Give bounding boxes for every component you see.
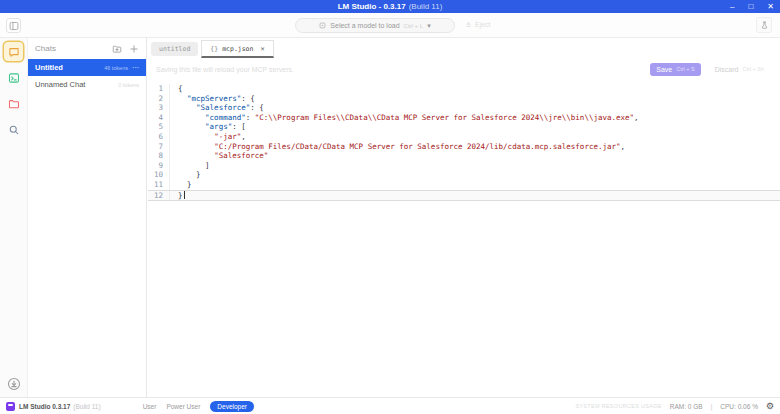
model-selector-shortcut: Ctrl + L — [404, 23, 424, 29]
code-line[interactable]: 3 "Salesforce": { — [148, 103, 780, 113]
rail-chat-button[interactable] — [4, 42, 23, 61]
new-chat-button[interactable] — [129, 44, 139, 54]
eject-icon — [465, 21, 472, 28]
code-text: } — [178, 191, 185, 201]
main-content: untitled {} mcp.json ✕ Saving this file … — [148, 38, 780, 397]
tab-untitled[interactable]: untitled — [151, 42, 198, 56]
ram-usage: RAM: 0 GB — [670, 403, 703, 410]
cpu-usage: CPU: 0.06 % — [720, 403, 758, 410]
chat-token-count: 46 tokens — [104, 65, 128, 71]
lab-button[interactable] — [756, 17, 772, 33]
code-text: ] — [178, 161, 210, 171]
title-bar: LM Studio - 0.3.17 (Build 11) – □ ✕ — [0, 0, 780, 13]
code-line[interactable]: 6 "-jar", — [148, 132, 780, 142]
close-button[interactable]: ✕ — [767, 0, 774, 13]
code-line[interactable]: 12} — [148, 190, 780, 202]
maximize-button[interactable]: □ — [748, 0, 753, 13]
sidebar-toggle-button[interactable] — [6, 18, 21, 33]
resources-label: SYSTEM RESOURCES USAGE — [575, 403, 661, 409]
gear-icon[interactable]: ⚙ — [766, 401, 774, 411]
code-line[interactable]: 5 "args": [ — [148, 122, 780, 132]
rail-downloads-button[interactable] — [0, 377, 28, 391]
flask-icon — [760, 21, 769, 30]
discard-button[interactable]: Discard Ctrl + Sh — [715, 66, 764, 73]
mode-developer[interactable]: Developer — [210, 401, 254, 412]
code-text: { — [178, 84, 183, 94]
tab-mcp-json[interactable]: {} mcp.json ✕ — [201, 40, 273, 58]
line-number: 6 — [148, 132, 170, 142]
status-bar: LM Studio 0.3.17 (Build 11) User Power U… — [0, 397, 780, 414]
new-folder-button[interactable] — [112, 44, 122, 54]
sidebar-toggle-icon — [9, 21, 19, 31]
tab-strip: untitled {} mcp.json ✕ — [148, 38, 780, 58]
chat-list-item[interactable]: Unnamed Chat 0 tokens — [28, 76, 146, 93]
save-button[interactable]: Save Ctrl + S — [650, 63, 700, 76]
code-line[interactable]: 8 "Salesforce" — [148, 151, 780, 161]
line-number: 10 — [148, 170, 170, 180]
code-text: "args": [ — [178, 122, 246, 132]
line-number: 5 — [148, 122, 170, 132]
search-icon — [8, 124, 20, 136]
line-number: 2 — [148, 94, 170, 104]
code-line[interactable]: 10 } — [148, 170, 780, 180]
text-cursor — [184, 191, 185, 199]
chat-menu-button[interactable]: ⋯ — [132, 64, 139, 72]
code-text: "Salesforce" — [178, 151, 268, 161]
code-text: "C:/Program Files/CData/CData MCP Server… — [178, 142, 625, 152]
model-selector-icon — [319, 22, 326, 29]
chat-name: Untitled — [35, 63, 104, 72]
discard-shortcut: Ctrl + Sh — [742, 66, 764, 72]
line-number: 9 — [148, 161, 170, 171]
code-line[interactable]: 1{ — [148, 84, 780, 94]
chats-sidebar: Chats Untitled 46 tokens ⋯ Unnamed Chat … — [28, 38, 147, 397]
download-icon — [7, 377, 21, 391]
code-line[interactable]: 11 } — [148, 180, 780, 190]
rail-models-button[interactable] — [4, 94, 23, 113]
rail-developer-button[interactable] — [4, 68, 23, 87]
folder-icon — [8, 98, 20, 110]
status-app-name: LM Studio 0.3.17 — [19, 403, 70, 410]
top-toolbar: Select a model to load Ctrl + L ▾ Eject — [0, 13, 780, 38]
json-file-icon: {} — [210, 45, 218, 53]
code-lines: 1{2 "mcpServers": {3 "Salesforce": {4 "c… — [148, 84, 780, 201]
model-selector-label: Select a model to load — [330, 22, 399, 29]
chat-token-count: 0 tokens — [118, 82, 139, 88]
chats-header: Chats — [28, 38, 146, 59]
minimize-button[interactable]: – — [730, 0, 734, 13]
lmstudio-logo — [6, 402, 15, 411]
eject-button[interactable]: Eject — [465, 21, 491, 28]
save-label: Save — [656, 66, 672, 73]
window-controls: – □ ✕ — [730, 0, 774, 13]
code-editor[interactable]: 1{2 "mcpServers": {3 "Salesforce": {4 "c… — [148, 82, 780, 397]
notice-message: Saving this file will reload your MCP se… — [156, 66, 650, 73]
mode-switcher: User Power User Developer — [143, 401, 254, 412]
status-app-build: (Build 11) — [73, 403, 100, 410]
mode-user[interactable]: User — [143, 403, 157, 410]
chat-bubble-icon — [8, 46, 20, 58]
divider: | — [711, 403, 713, 410]
chevron-down-icon: ▾ — [427, 22, 431, 30]
rail-discover-button[interactable] — [4, 120, 23, 139]
code-line[interactable]: 4 "command": "C:\\Program Files\\CData\\… — [148, 113, 780, 123]
code-line[interactable]: 9 ] — [148, 161, 780, 171]
discard-label: Discard — [715, 66, 739, 73]
line-number: 1 — [148, 84, 170, 94]
line-number: 7 — [148, 142, 170, 152]
chat-list-item[interactable]: Untitled 46 tokens ⋯ — [28, 59, 146, 76]
mode-power-user[interactable]: Power User — [166, 403, 200, 410]
terminal-icon — [8, 72, 20, 84]
left-rail — [0, 38, 28, 397]
save-shortcut: Ctrl + S — [676, 66, 695, 72]
code-text: } — [178, 180, 192, 190]
chat-name: Unnamed Chat — [35, 80, 118, 89]
tab-close-icon[interactable]: ✕ — [260, 45, 264, 53]
code-line[interactable]: 7 "C:/Program Files/CData/CData MCP Serv… — [148, 142, 780, 152]
window-title: LM Studio - 0.3.17 — [338, 2, 406, 11]
editor-notice-bar: Saving this file will reload your MCP se… — [148, 58, 780, 80]
line-number: 12 — [148, 191, 170, 201]
model-selector[interactable]: Select a model to load Ctrl + L ▾ — [295, 18, 455, 33]
code-line[interactable]: 2 "mcpServers": { — [148, 94, 780, 104]
chats-title: Chats — [35, 44, 105, 53]
code-text: "mcpServers": { — [178, 94, 255, 104]
code-text: "command": "C:\\Program Files\\CData\\CD… — [178, 113, 639, 123]
